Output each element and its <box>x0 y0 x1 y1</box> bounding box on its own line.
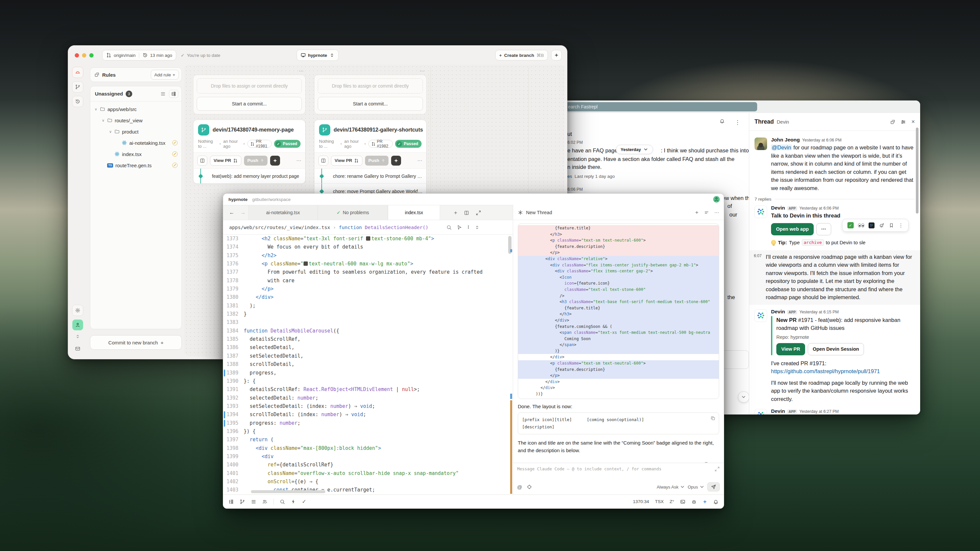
bookmark-icon[interactable] <box>889 223 894 228</box>
split-pane-icon[interactable] <box>464 210 469 216</box>
dropzone[interactable]: Drop files to assign or commit directly <box>318 78 423 94</box>
ci-status-badge[interactable]: ✓Passed <box>395 140 422 148</box>
user-avatar[interactable] <box>72 319 83 330</box>
devin-avatar[interactable] <box>754 310 767 322</box>
panel-toggle-icon[interactable] <box>229 499 234 504</box>
diagnostics-check-icon[interactable]: ✓ <box>302 499 306 505</box>
gitbutler-logo-icon[interactable] <box>72 67 83 78</box>
lane-more-icon[interactable]: ⋯ <box>299 68 304 74</box>
message-more-icon[interactable]: ⋮ <box>898 222 903 229</box>
message-time[interactable]: Yesterday at 6:06 PM <box>802 138 842 143</box>
more-button[interactable]: ··· <box>816 223 831 235</box>
settings-icon[interactable] <box>72 305 83 316</box>
scroll-to-bottom-button[interactable] <box>738 391 749 403</box>
branch-ai-button[interactable] <box>391 156 401 165</box>
create-branch-button[interactable]: + Create branch ⌘B <box>495 50 548 60</box>
devin-emoji-reaction[interactable] <box>869 222 875 229</box>
avatar[interactable] <box>754 138 767 150</box>
cursor-icon[interactable] <box>457 225 462 230</box>
outline-icon[interactable] <box>251 499 256 504</box>
nav-forward-icon[interactable]: → <box>240 210 246 216</box>
occluded-reply-count[interactable]: es Last reply 1 day ago <box>567 174 615 179</box>
view-pr-button[interactable]: View PR <box>776 343 805 355</box>
tab-index-tsx[interactable]: index.tsx <box>388 205 440 220</box>
tree-item-routetree-gen-ts[interactable]: TSrouteTree.gen.ts <box>90 160 181 171</box>
check-emoji-reaction[interactable]: ✓ <box>847 222 854 229</box>
pr-link[interactable]: https://github.com/fastrepl/hyprnote/pul… <box>771 367 915 375</box>
tree-view-toggle[interactable] <box>169 90 178 98</box>
project-switcher[interactable]: hyprnote <box>297 49 339 61</box>
thread-list-icon[interactable] <box>704 210 709 215</box>
add-reaction-icon[interactable] <box>879 223 885 228</box>
cursor-position[interactable]: 1370:34 <box>633 499 649 504</box>
tree-item-product[interactable]: ∨product <box>90 126 181 137</box>
mention[interactable]: @Devin <box>771 144 792 150</box>
add-rule-button[interactable]: Add rule + <box>151 70 179 79</box>
devin-avatar[interactable] <box>754 409 767 414</box>
lane-more-icon[interactable]: ⋯ <box>420 68 425 74</box>
tune-icon[interactable] <box>900 119 906 125</box>
commit-to-new-branch-button[interactable]: Commit to new branch + <box>90 335 182 350</box>
message-time[interactable]: Yesterday at 6:15 PM <box>799 310 839 314</box>
author-name[interactable]: Devin <box>771 205 785 211</box>
message-time[interactable]: Yesterday at 6:06 PM <box>799 206 839 211</box>
model-select[interactable]: Opus <box>688 484 703 489</box>
git-branch-icon[interactable] <box>240 499 245 504</box>
dropzone[interactable]: Drop files to assign or commit directly <box>197 78 302 94</box>
window-controls[interactable] <box>75 53 94 57</box>
send-button[interactable] <box>707 482 720 492</box>
author-name[interactable]: John Jeong <box>771 137 800 143</box>
devin-avatar[interactable] <box>754 206 767 218</box>
branch-name[interactable]: devin/1764380749-memory-page <box>213 127 294 133</box>
author-name[interactable]: Devin <box>771 408 785 414</box>
collab-icon[interactable] <box>262 499 267 504</box>
target-context-icon[interactable] <box>527 484 532 489</box>
bell-icon[interactable] <box>719 118 725 124</box>
commit-row[interactable]: feat(web): add memory layer product page <box>193 168 305 183</box>
commit-row[interactable]: chore: rename Gallery to Prompt Gallery … <box>315 168 426 183</box>
list-view-toggle[interactable] <box>158 90 168 98</box>
tree-item-ai-notetaking-tsx[interactable]: ai-notetaking.tsx <box>90 137 181 148</box>
start-commit-button[interactable]: Start a commit... <box>197 97 302 111</box>
editor-hscrollbar-thumb[interactable] <box>251 490 325 493</box>
search-icon[interactable] <box>446 225 452 230</box>
branch-more-icon[interactable]: ⋯ <box>417 158 422 164</box>
tab-ai-notetaking[interactable]: ai-notetaking.tsx <box>248 205 318 220</box>
branch-more-icon[interactable]: ⋯ <box>296 158 301 164</box>
ai-actions-button[interactable] <box>551 50 562 60</box>
permission-mode-select[interactable]: Always Ask <box>657 484 683 489</box>
nav-back-icon[interactable]: ← <box>229 210 234 216</box>
tree-item-routes-view[interactable]: ∨routes/_view <box>90 115 181 126</box>
new-thread-icon[interactable]: + <box>695 209 698 216</box>
language-mode[interactable]: TSX <box>655 499 663 504</box>
claude-conversation[interactable]: {feature.title} </h3> <p className="text… <box>513 220 724 463</box>
branch-name[interactable]: devin/1764380912-gallery-shortcuts <box>334 127 423 133</box>
tab-no-problems[interactable]: ✓No problems <box>318 205 388 220</box>
push-button[interactable]: Push <box>244 156 267 165</box>
collapse-chevrons-icon[interactable] <box>75 334 80 340</box>
expand-composer-icon[interactable] <box>714 466 720 472</box>
tree-item-index-tsx[interactable]: index.tsx <box>90 148 181 160</box>
mention-context-icon[interactable]: @ <box>517 484 522 490</box>
terminal-icon[interactable] <box>680 499 686 504</box>
sort-icon[interactable] <box>474 225 480 230</box>
view-pr-button[interactable]: View PR <box>331 156 363 165</box>
assign-review-button[interactable] <box>318 156 328 165</box>
copy-icon[interactable] <box>710 416 716 421</box>
claude-composer[interactable]: Message Claude Code — @ to include conte… <box>513 463 724 494</box>
assign-review-button[interactable] <box>197 156 207 165</box>
branch-ai-button[interactable] <box>270 156 280 165</box>
author-name[interactable]: Devin <box>771 309 785 315</box>
base-branch-chip[interactable]: origin/main 13 min ago <box>102 50 176 60</box>
pr-chip[interactable]: PR #1981 <box>247 140 272 148</box>
open-devin-session-button[interactable]: Open Devin Session <box>808 343 864 355</box>
notifications-icon[interactable] <box>713 499 719 504</box>
zed-indicator[interactable]: Z° <box>670 499 674 504</box>
push-button[interactable]: Push <box>365 156 388 165</box>
actions-icon[interactable] <box>291 499 296 504</box>
start-commit-button[interactable]: Start a commit... <box>318 97 423 111</box>
view-pr-button[interactable]: View PR <box>210 156 241 165</box>
breadcrumb[interactable]: apps/web/src/routes/_view/index.tsx › fu… <box>223 220 513 235</box>
message-time[interactable]: Yesterday at 6:27 PM <box>799 409 839 414</box>
expand-pane-icon[interactable] <box>476 210 481 216</box>
